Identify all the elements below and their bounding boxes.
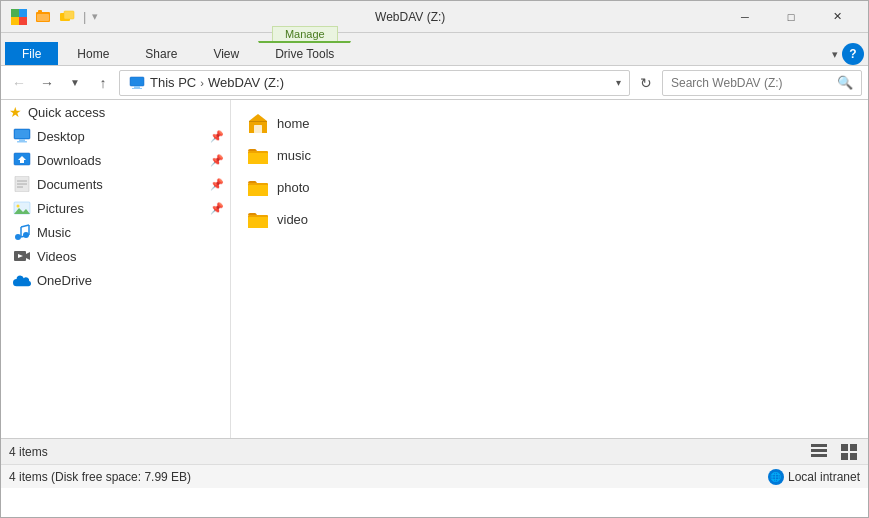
svg-rect-10	[134, 86, 140, 88]
ribbon-tabs: File Home Share View Manage Drive Tools …	[1, 33, 868, 65]
svg-rect-3	[19, 17, 27, 25]
path-dropdown-icon[interactable]: ▾	[616, 77, 621, 88]
manage-label: Manage	[272, 26, 338, 41]
item-count: 4 items	[9, 445, 808, 459]
app-icon-1	[9, 7, 29, 27]
recent-button[interactable]: ▼	[63, 71, 87, 95]
svg-rect-5	[38, 10, 42, 13]
pictures-pin-icon: 📌	[210, 202, 224, 215]
svg-rect-8	[64, 11, 74, 19]
svg-rect-44	[811, 454, 827, 457]
folder-video[interactable]: video	[239, 204, 860, 234]
folder-music-icon	[247, 144, 269, 166]
pictures-label: Pictures	[37, 201, 204, 216]
path-this-pc: This PC	[150, 75, 196, 90]
music-icon	[13, 223, 31, 241]
sidebar-item-onedrive[interactable]: OneDrive	[1, 268, 230, 292]
svg-rect-45	[841, 444, 848, 451]
quickaccess-label: Quick access	[28, 105, 105, 120]
folder-home-icon	[247, 112, 269, 134]
svg-rect-37	[248, 153, 268, 164]
close-button[interactable]: ✕	[814, 1, 860, 33]
videos-icon	[13, 247, 31, 265]
path-sep-1: ›	[200, 77, 204, 89]
tab-share[interactable]: Share	[128, 42, 194, 65]
folder-music[interactable]: music	[239, 140, 860, 170]
path-computer-icon	[128, 74, 146, 92]
downloads-icon	[13, 151, 31, 169]
ribbon-help: ▾ ?	[832, 43, 864, 65]
status-bar: 4 items	[1, 438, 868, 464]
view-detail-button[interactable]	[808, 441, 830, 463]
desktop-pin-icon: 📌	[210, 130, 224, 143]
folder-video-name: video	[277, 212, 308, 227]
title-bar-icons: | ▾	[9, 7, 98, 27]
intranet-icon: 🌐	[768, 469, 784, 485]
maximize-button[interactable]: □	[768, 1, 814, 33]
network-label: Local intranet	[788, 470, 860, 484]
forward-button[interactable]: →	[35, 71, 59, 95]
svg-rect-43	[811, 449, 827, 452]
music-label: Music	[37, 225, 224, 240]
ribbon-collapse-icon[interactable]: ▾	[832, 48, 838, 61]
content-area: home music	[231, 100, 868, 438]
address-path[interactable]: This PC › WebDAV (Z:) ▾	[119, 70, 630, 96]
downloads-label: Downloads	[37, 153, 204, 168]
folder-home-name: home	[277, 116, 310, 131]
videos-label: Videos	[37, 249, 224, 264]
svg-rect-41	[248, 217, 268, 228]
sidebar-item-music[interactable]: Music	[1, 220, 230, 244]
back-button[interactable]: ←	[7, 71, 31, 95]
svg-rect-48	[850, 453, 857, 460]
sidebar-item-downloads[interactable]: Downloads 📌	[1, 148, 230, 172]
sidebar-item-videos[interactable]: Videos	[1, 244, 230, 268]
svg-rect-1	[19, 9, 27, 17]
folder-photo[interactable]: photo	[239, 172, 860, 202]
sidebar-item-documents[interactable]: Documents 📌	[1, 172, 230, 196]
sidebar-quickaccess-header[interactable]: ★ Quick access	[1, 100, 230, 124]
folder-photo-icon	[247, 176, 269, 198]
status-right	[808, 441, 860, 463]
up-button[interactable]: ↑	[91, 71, 115, 95]
tab-drivetools[interactable]: Drive Tools	[258, 41, 351, 65]
folder-home[interactable]: home	[239, 108, 860, 138]
sidebar-item-desktop[interactable]: Desktop 📌	[1, 124, 230, 148]
tab-file[interactable]: File	[5, 42, 58, 65]
search-input[interactable]	[671, 76, 833, 90]
svg-rect-34	[254, 125, 262, 133]
onedrive-icon	[13, 271, 31, 289]
search-box: 🔍	[662, 70, 862, 96]
folder-video-icon	[247, 208, 269, 230]
sidebar-item-pictures[interactable]: Pictures 📌	[1, 196, 230, 220]
star-icon: ★	[9, 104, 22, 120]
app-icon-2	[33, 7, 53, 27]
onedrive-label: OneDrive	[37, 273, 224, 288]
ribbon: File Home Share View Manage Drive Tools …	[1, 33, 868, 66]
svg-rect-46	[850, 444, 857, 451]
svg-rect-39	[248, 185, 268, 196]
svg-rect-2	[11, 17, 19, 25]
tab-home[interactable]: Home	[60, 42, 126, 65]
svg-rect-9	[130, 77, 144, 86]
help-button[interactable]: ?	[842, 43, 864, 65]
refresh-button[interactable]: ↻	[634, 71, 658, 95]
minimize-button[interactable]: ─	[722, 1, 768, 33]
svg-rect-35	[249, 121, 267, 122]
svg-line-30	[21, 225, 29, 227]
view-large-icon-button[interactable]	[838, 441, 860, 463]
tab-view[interactable]: View	[196, 42, 256, 65]
svg-rect-11	[132, 88, 142, 89]
desktop-icon	[13, 127, 31, 145]
svg-rect-0	[11, 9, 19, 17]
svg-rect-42	[811, 444, 827, 447]
svg-rect-14	[17, 141, 27, 143]
folder-music-name: music	[277, 148, 311, 163]
svg-point-25	[15, 234, 21, 240]
window-controls: ─ □ ✕	[722, 1, 860, 33]
documents-label: Documents	[37, 177, 204, 192]
network-status: 🌐 Local intranet	[768, 469, 860, 485]
title-bar-separator: |	[83, 9, 86, 24]
window-title: WebDAV (Z:)	[98, 10, 722, 24]
desktop-label: Desktop	[37, 129, 204, 144]
svg-rect-13	[19, 139, 25, 141]
